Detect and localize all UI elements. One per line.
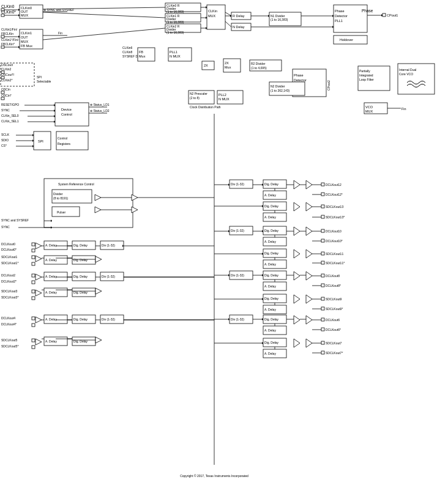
svg-text:CLKin2*: CLKin2* — [1, 78, 12, 82]
svg-rect-245 — [32, 256, 35, 259]
svg-text:N2 Divider: N2 Divider — [271, 84, 285, 88]
svg-text:Dig. Delay: Dig. Delay — [264, 229, 279, 232]
svg-text:FBCLKin: FBCLKin — [1, 32, 13, 35]
svg-text:CLKin6: CLKin6 — [122, 46, 133, 50]
svg-text:DCLKout6*: DCLKout6* — [326, 328, 341, 331]
svg-marker-317 — [35, 317, 42, 323]
svg-text:MUX: MUX — [21, 13, 29, 17]
svg-text:DCLKout12*: DCLKout12* — [326, 193, 343, 196]
svg-text:SDCLKout5: SDCLKout5 — [1, 338, 18, 342]
svg-text:(8 to 8191): (8 to 8191) — [53, 196, 69, 200]
svg-rect-295 — [32, 290, 35, 293]
svg-text:Control: Control — [58, 136, 67, 140]
svg-marker-308 — [306, 295, 312, 303]
svg-text:Registers: Registers — [58, 142, 71, 146]
svg-marker-296 — [35, 290, 42, 296]
svg-text:CLKin1*/Fin/: CLKin1*/Fin/ — [1, 38, 19, 42]
svg-rect-345 — [32, 339, 35, 342]
svg-rect-292 — [321, 284, 324, 287]
svg-marker-336 — [294, 316, 300, 324]
svg-text:DCLKout4*: DCLKout4* — [1, 322, 17, 326]
block-diagram: CLKin0 CLKin0* CLKin0 OUT MUX ⊗ SYNC and… — [0, 0, 448, 485]
svg-marker-236 — [294, 227, 300, 235]
svg-text:Dig. Delay: Dig. Delay — [73, 243, 88, 247]
svg-text:SDCLKout11*: SDCLKout11* — [326, 261, 345, 265]
svg-text:SYNC and SYSREF: SYNC and SYSREF — [1, 218, 29, 222]
svg-text:Holdover: Holdover — [340, 38, 353, 42]
phase-label: Phase — [362, 9, 373, 13]
svg-text:Phase: Phase — [294, 73, 304, 77]
svg-text:Div (1-32): Div (1-32) — [231, 273, 244, 277]
svg-text:PLL2: PLL2 — [218, 93, 226, 97]
svg-text:DCLKout6: DCLKout6 — [326, 318, 340, 322]
svg-marker-176 — [132, 194, 138, 201]
copyright-text: Copyright © 2017, Texas Instruments Inco… — [180, 474, 248, 478]
svg-marker-257 — [294, 250, 300, 258]
svg-text:Div (1-32): Div (1-32) — [231, 182, 244, 186]
svg-rect-289 — [321, 274, 324, 277]
svg-text:A. Delay: A. Delay — [264, 352, 276, 355]
svg-text:Integrated: Integrated — [359, 73, 373, 77]
svg-marker-337 — [306, 316, 312, 324]
svg-text:Clock Distribution Path: Clock Distribution Path — [190, 105, 221, 109]
svg-text:DCLKout2*: DCLKout2* — [1, 280, 17, 283]
svg-text:OSCin: OSCin — [1, 87, 10, 91]
svg-text:SYNC: SYNC — [1, 108, 10, 112]
svg-text:A. Delay: A. Delay — [45, 275, 57, 278]
svg-text:Pulser: Pulser — [57, 210, 66, 214]
svg-text:FB: FB — [139, 50, 143, 54]
svg-text:Div (1-32): Div (1-32) — [102, 317, 115, 321]
svg-marker-177 — [132, 207, 138, 213]
svg-text:CLKin_SEL0: CLKin_SEL0 — [1, 114, 19, 117]
svg-text:Detector: Detector — [294, 78, 307, 82]
svg-text:Div (1-32): Div (1-32) — [102, 243, 115, 247]
svg-marker-287 — [306, 272, 312, 280]
svg-text:DCLKout8*: DCLKout8* — [326, 284, 341, 287]
svg-text:A. Delay: A. Delay — [45, 317, 57, 321]
svg-rect-172 — [52, 207, 80, 217]
svg-text:OSCin*: OSCin* — [1, 94, 12, 97]
svg-rect-65 — [1, 46, 4, 48]
svg-text:SDCLKout5*: SDCLKout5* — [1, 344, 18, 348]
svg-text:⊗ Status_LD2: ⊗ Status_LD2 — [90, 109, 110, 113]
svg-rect-348 — [32, 346, 35, 349]
svg-text:MUX: MUX — [365, 109, 373, 113]
svg-text:A. Delay: A. Delay — [264, 284, 276, 288]
svg-text:Detector: Detector — [335, 14, 348, 18]
svg-text:N MUX: N MUX — [170, 54, 181, 58]
svg-text:SDCLKout3: SDCLKout3 — [1, 289, 18, 293]
svg-text:SDCLKout1*: SDCLKout1* — [1, 261, 18, 265]
svg-text:A. Delay: A. Delay — [45, 258, 57, 262]
svg-marker-346 — [35, 339, 42, 345]
svg-text:A. Delay: A. Delay — [264, 215, 276, 219]
svg-text:DCLKout2: DCLKout2 — [1, 273, 15, 277]
svg-text:A. Delay: A. Delay — [45, 243, 57, 247]
svg-rect-316 — [32, 317, 35, 320]
svg-text:CLKin: CLKin — [208, 9, 217, 13]
svg-text:PLL1: PLL1 — [335, 19, 343, 23]
svg-text:Divider: Divider — [53, 192, 63, 196]
svg-marker-246 — [35, 256, 42, 262]
svg-rect-339 — [321, 318, 324, 321]
svg-text:Dig. Delay: Dig. Delay — [264, 297, 279, 300]
svg-text:SDCLKout7*: SDCLKout7* — [326, 351, 343, 355]
svg-text:Partially: Partially — [359, 69, 370, 73]
svg-text:FB Mux: FB Mux — [21, 44, 32, 48]
svg-text:CS*: CS* — [1, 144, 7, 147]
svg-marker-357 — [294, 339, 300, 347]
svg-text:SDCLKout3*: SDCLKout3* — [1, 295, 18, 299]
svg-line-406 — [225, 12, 231, 16]
svg-text:Div (1-32): Div (1-32) — [231, 229, 244, 232]
svg-text:SYNC: SYNC — [1, 225, 10, 229]
svg-text:OSCout*/: OSCout*/ — [1, 73, 15, 76]
svg-line-404 — [43, 12, 165, 18]
svg-text:CLKin8: CLKin8 — [122, 50, 133, 54]
svg-text:Dig. Delay: Dig. Delay — [73, 275, 88, 278]
svg-text:2X: 2X — [204, 64, 208, 67]
svg-rect-209 — [321, 205, 324, 208]
svg-rect-242 — [321, 239, 324, 242]
svg-text:DCLKout4: DCLKout4 — [1, 316, 15, 320]
svg-line-407 — [225, 21, 231, 27]
svg-rect-200 — [321, 193, 324, 196]
svg-text:Dig. Delay: Dig. Delay — [264, 273, 279, 277]
